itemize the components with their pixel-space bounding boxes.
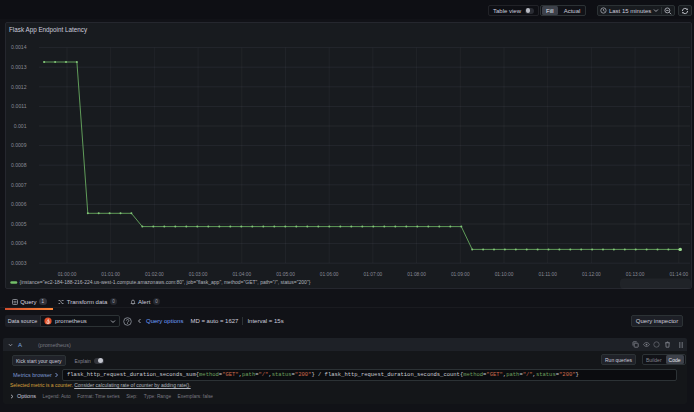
svg-text:0.0014: 0.0014 (11, 44, 27, 50)
svg-text:01:06:00: 01:06:00 (320, 272, 339, 277)
svg-text:01:04:00: 01:04:00 (232, 272, 251, 277)
svg-text:0.0012: 0.0012 (11, 84, 27, 90)
svg-text:01:08:00: 01:08:00 (407, 272, 426, 277)
svg-text:0.0011: 0.0011 (11, 103, 26, 109)
svg-text:0.0005: 0.0005 (11, 221, 27, 227)
svg-text:01:00:00: 01:00:00 (58, 272, 77, 277)
svg-text:0.0008: 0.0008 (11, 162, 27, 168)
svg-text:01:07:00: 01:07:00 (364, 272, 383, 277)
svg-text:0.0003: 0.0003 (11, 260, 27, 266)
svg-text:01:11:00: 01:11:00 (539, 272, 558, 277)
svg-text:0.0009: 0.0009 (11, 142, 27, 148)
svg-text:{instance="ec2-184-188-216-224: {instance="ec2-184-188-216-224.us-west-1… (20, 279, 311, 285)
svg-text:0.0013: 0.0013 (11, 64, 27, 70)
svg-text:01:03:00: 01:03:00 (189, 272, 208, 277)
svg-text:0.0004: 0.0004 (11, 240, 27, 246)
svg-text:0.001: 0.001 (14, 123, 27, 129)
svg-text:0.0007: 0.0007 (11, 182, 27, 188)
svg-text:01:05:00: 01:05:00 (276, 272, 295, 277)
svg-text:01:12:00: 01:12:00 (582, 272, 601, 277)
svg-text:0.0006: 0.0006 (11, 201, 27, 207)
svg-text:01:01:00: 01:01:00 (101, 272, 120, 277)
svg-text:01:13:00: 01:13:00 (626, 272, 645, 277)
svg-text:01:02:00: 01:02:00 (145, 272, 164, 277)
svg-text:01:09:00: 01:09:00 (451, 272, 470, 277)
svg-text:01:14:00: 01:14:00 (669, 272, 688, 277)
svg-text:01:10:00: 01:10:00 (495, 272, 514, 277)
